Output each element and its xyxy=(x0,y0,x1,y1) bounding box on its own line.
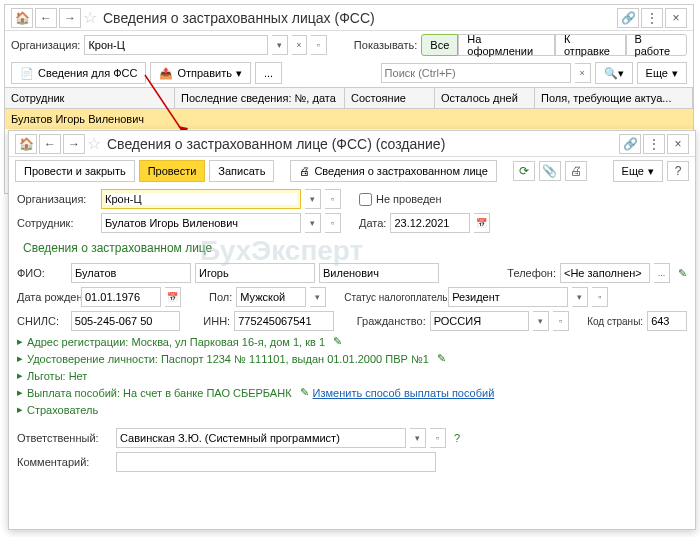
inn-label: ИНН: xyxy=(203,315,230,327)
post-close-button[interactable]: Провести и закрыть xyxy=(15,160,135,182)
filter-all[interactable]: Все xyxy=(421,34,458,56)
attach-icon[interactable]: 📎 xyxy=(539,161,561,181)
not-posted-label: Не проведен xyxy=(376,193,442,205)
code-field[interactable] xyxy=(647,311,687,331)
snils-label: СНИЛС: xyxy=(17,315,67,327)
search-input[interactable] xyxy=(381,63,571,83)
star-icon[interactable]: ☆ xyxy=(87,134,101,153)
section-title: Сведения о застрахованном лице xyxy=(17,235,687,261)
code-label: Код страны: xyxy=(587,316,643,327)
menu-icon[interactable]: ⋮ xyxy=(641,8,663,28)
table-row[interactable]: Булатов Игорь Виленович xyxy=(5,109,693,129)
post-button[interactable]: Провести xyxy=(139,160,206,182)
home-icon[interactable]: 🏠 xyxy=(11,8,33,28)
dropdown-icon[interactable]: ▾ xyxy=(305,189,321,209)
open-icon[interactable]: ▫ xyxy=(325,213,341,233)
emp-field[interactable] xyxy=(101,213,301,233)
col-last[interactable]: Последние сведения: №, дата xyxy=(175,88,345,108)
filter-work[interactable]: В работе xyxy=(626,34,687,56)
cit-field[interactable] xyxy=(430,311,530,331)
send-button[interactable]: 📤 Отправить ▾ xyxy=(150,62,251,84)
col-employee[interactable]: Сотрудник xyxy=(5,88,175,108)
clear-icon[interactable]: × xyxy=(292,35,307,55)
dropdown-icon[interactable]: ▾ xyxy=(272,35,287,55)
menu-icon[interactable]: ⋮ xyxy=(643,134,665,154)
comment-label: Комментарий: xyxy=(17,456,112,468)
phone-field[interactable] xyxy=(560,263,650,283)
col-fields[interactable]: Поля, требующие актуа... xyxy=(535,88,693,108)
more-button[interactable]: Еще ▾ xyxy=(637,62,687,84)
calendar-icon[interactable]: 📅 xyxy=(474,213,490,233)
doc-link[interactable]: Удостоверение личности: Паспорт 1234 № 1… xyxy=(27,353,429,365)
info-button[interactable]: 📄 Сведения для ФСС xyxy=(11,62,146,84)
col-state[interactable]: Состояние xyxy=(345,88,435,108)
resp-label: Ответственный: xyxy=(17,432,112,444)
link-icon[interactable]: 🔗 xyxy=(617,8,639,28)
forward-icon[interactable]: → xyxy=(59,8,81,28)
filter-send[interactable]: К отправке xyxy=(555,34,626,56)
open-icon[interactable]: ▫ xyxy=(311,35,326,55)
firstname-field[interactable] xyxy=(195,263,315,283)
resp-field[interactable] xyxy=(116,428,406,448)
back-icon[interactable]: ← xyxy=(35,8,57,28)
sex-field[interactable] xyxy=(236,287,306,307)
close-icon[interactable]: × xyxy=(665,8,687,28)
refresh-icon[interactable]: ⟳ xyxy=(513,161,535,181)
help-icon[interactable]: ? xyxy=(667,161,689,181)
phone-more-icon[interactable]: ... xyxy=(654,263,670,283)
not-posted-checkbox[interactable] xyxy=(359,193,372,206)
change-pay-link[interactable]: Изменить способ выплаты пособий xyxy=(313,387,495,399)
open-icon[interactable]: ▫ xyxy=(325,189,341,209)
comment-field[interactable] xyxy=(116,452,436,472)
save-button[interactable]: Записать xyxy=(209,160,274,182)
fio-label: ФИО: xyxy=(17,267,67,279)
org-field[interactable] xyxy=(84,35,268,55)
back-icon[interactable]: ← xyxy=(39,134,61,154)
clear-search-icon[interactable]: × xyxy=(575,63,591,83)
date-label: Дата: xyxy=(359,217,386,229)
forward-icon[interactable]: → xyxy=(63,134,85,154)
birth-field[interactable] xyxy=(81,287,161,307)
search-button[interactable]: 🔍▾ xyxy=(595,62,633,84)
insurer-link[interactable]: Страхователь xyxy=(27,404,98,416)
dropdown-icon[interactable]: ▾ xyxy=(572,287,588,307)
close-icon[interactable]: × xyxy=(667,134,689,154)
print-icon[interactable]: 🖨 xyxy=(565,161,587,181)
pencil-icon[interactable]: ✎ xyxy=(333,335,342,348)
more-dots-button[interactable]: ... xyxy=(255,62,282,84)
org-field[interactable] xyxy=(101,189,301,209)
midname-field[interactable] xyxy=(319,263,439,283)
more-button[interactable]: Еще ▾ xyxy=(613,160,663,182)
dropdown-icon[interactable]: ▾ xyxy=(310,287,326,307)
calendar-icon[interactable]: 📅 xyxy=(165,287,181,307)
col-days[interactable]: Осталось дней xyxy=(435,88,535,108)
sex-label: Пол: xyxy=(209,291,232,303)
link-icon[interactable]: 🔗 xyxy=(619,134,641,154)
info-button[interactable]: 🖨 Сведения о застрахованном лице xyxy=(290,160,497,182)
dropdown-icon[interactable]: ▾ xyxy=(410,428,426,448)
window-title: Сведения о застрахованном лице (ФСС) (со… xyxy=(107,136,617,152)
tax-field[interactable] xyxy=(448,287,568,307)
home-icon[interactable]: 🏠 xyxy=(15,134,37,154)
help-icon[interactable]: ? xyxy=(454,432,460,444)
show-label: Показывать: xyxy=(354,39,417,51)
benefits-link[interactable]: Льготы: Нет xyxy=(27,370,87,382)
pay-link[interactable]: Выплата пособий: На счет в банке ПАО СБЕ… xyxy=(27,387,292,399)
star-icon[interactable]: ☆ xyxy=(83,8,97,27)
inn-field[interactable] xyxy=(234,311,334,331)
dropdown-icon[interactable]: ▾ xyxy=(305,213,321,233)
snils-field[interactable] xyxy=(71,311,181,331)
open-icon[interactable]: ▫ xyxy=(430,428,446,448)
tax-label: Статус налогоплательщика: xyxy=(344,292,444,303)
dropdown-icon[interactable]: ▾ xyxy=(533,311,549,331)
open-icon[interactable]: ▫ xyxy=(592,287,608,307)
lastname-field[interactable] xyxy=(71,263,191,283)
org-label: Организация: xyxy=(11,39,80,51)
pencil-icon[interactable]: ✎ xyxy=(300,386,309,399)
open-icon[interactable]: ▫ xyxy=(553,311,569,331)
date-field[interactable] xyxy=(390,213,470,233)
filter-draft[interactable]: На оформлении xyxy=(458,34,555,56)
pencil-icon[interactable]: ✎ xyxy=(437,352,446,365)
pencil-icon[interactable]: ✎ xyxy=(678,267,687,280)
address-link[interactable]: Адрес регистрации: Москва, ул Парковая 1… xyxy=(27,336,325,348)
